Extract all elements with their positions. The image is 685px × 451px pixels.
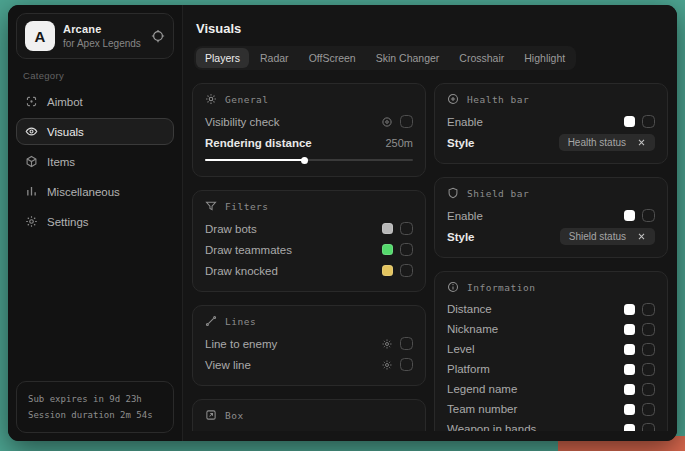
shield-icon — [447, 187, 459, 199]
tab-offscreen[interactable]: OffScreen — [300, 48, 365, 68]
rendering-distance-slider[interactable] — [205, 155, 413, 166]
line-to-enemy-row: Line to enemy — [205, 333, 413, 354]
view-line-checkbox[interactable] — [400, 358, 413, 371]
row-controls — [624, 209, 655, 222]
category-label: Category — [23, 70, 167, 81]
platform-checkbox[interactable] — [642, 363, 655, 376]
section-title: Lines — [225, 316, 256, 327]
color-swatch[interactable] — [624, 404, 635, 415]
selected-option: Health status — [568, 137, 626, 148]
tab-skin-changer[interactable]: Skin Changer — [367, 48, 449, 68]
setting-label: Team number — [447, 403, 517, 415]
distance-checkbox[interactable] — [642, 303, 655, 316]
slider-thumb[interactable] — [301, 157, 308, 164]
cube-icon — [25, 155, 38, 168]
section-title: General — [225, 94, 269, 105]
team-number-row: Team number — [447, 399, 655, 419]
color-swatch[interactable] — [624, 384, 635, 395]
sidebar-item-label: Items — [47, 156, 75, 168]
row-controls — [624, 383, 655, 396]
sidebar-item-settings[interactable]: Settings — [16, 208, 174, 235]
sidebar-item-items[interactable]: Items — [16, 148, 174, 175]
right-column: Health bar Enable Style Health status — [434, 83, 668, 431]
color-swatch[interactable] — [624, 210, 635, 221]
color-swatch[interactable] — [624, 424, 635, 432]
target-icon[interactable] — [151, 29, 165, 43]
sidebar-item-miscellaneous[interactable]: Miscellaneous — [16, 178, 174, 205]
visibility-check-checkbox[interactable] — [400, 115, 413, 128]
platform-row: Platform — [447, 359, 655, 379]
color-swatch[interactable] — [624, 344, 635, 355]
color-swatch[interactable] — [624, 324, 635, 335]
weapon-in-hands-checkbox[interactable] — [642, 423, 655, 432]
setting-label: Enable — [447, 116, 483, 128]
bars-icon — [25, 185, 38, 198]
section-title: Box — [225, 410, 244, 421]
sidebar-item-label: Settings — [47, 216, 89, 228]
setting-label: Distance — [447, 303, 492, 315]
color-swatch[interactable] — [382, 265, 393, 276]
draw-knocked-row: Draw knocked — [205, 260, 413, 281]
section-title: Information — [467, 282, 535, 293]
health-enable-checkbox[interactable] — [642, 115, 655, 128]
main-content: Visuals Players Radar OffScreen Skin Cha… — [183, 5, 677, 441]
close-icon[interactable] — [637, 232, 646, 241]
color-swatch[interactable] — [624, 364, 635, 375]
sidebar-item-aimbot[interactable]: Aimbot — [16, 88, 174, 115]
tab-radar[interactable]: Radar — [251, 48, 298, 68]
setting-label: View line — [205, 359, 251, 371]
setting-label: Draw knocked — [205, 265, 278, 277]
tab-crosshair[interactable]: Crosshair — [450, 48, 513, 68]
shield-style-select[interactable]: Shield status — [560, 228, 655, 245]
draw-knocked-checkbox[interactable] — [400, 264, 413, 277]
general-card: General Visibility check Rendering dista… — [192, 83, 426, 177]
gear-settings-icon[interactable] — [381, 359, 393, 371]
team-number-checkbox[interactable] — [642, 403, 655, 416]
color-swatch[interactable] — [382, 223, 393, 234]
crosshair-icon — [25, 95, 38, 108]
close-icon[interactable] — [637, 138, 646, 147]
sub-expires-text: Sub expires in 9d 23h — [28, 391, 162, 407]
app-meta: Arcane for Apex Legends — [63, 23, 141, 49]
filters-card: Filters Draw bots Draw teammates — [192, 190, 426, 292]
line-to-enemy-checkbox[interactable] — [400, 337, 413, 350]
health-style-select[interactable]: Health status — [559, 134, 655, 151]
section-title: Shield bar — [467, 188, 529, 199]
tab-highlight[interactable]: Highlight — [515, 48, 574, 68]
gear-icon — [25, 215, 38, 228]
box-frame-icon — [205, 409, 217, 421]
health-bar-card-header: Health bar — [447, 93, 655, 105]
setting-label: Rendering distance — [205, 137, 312, 149]
sidebar-item-label: Miscellaneous — [47, 186, 120, 198]
sun-icon — [205, 93, 217, 105]
color-swatch[interactable] — [624, 304, 635, 315]
draw-bots-checkbox[interactable] — [400, 222, 413, 235]
legend-name-checkbox[interactable] — [642, 383, 655, 396]
shield-enable-checkbox[interactable] — [642, 209, 655, 222]
page-title: Visuals — [196, 21, 668, 36]
general-card-header: General — [205, 93, 413, 105]
row-controls — [624, 323, 655, 336]
setting-label: Draw bots — [205, 223, 257, 235]
health-style-row: Style Health status — [447, 132, 655, 153]
color-swatch[interactable] — [382, 244, 393, 255]
information-card: Information Distance Nickname — [434, 271, 668, 431]
info-icon — [447, 281, 459, 293]
app-window: A Arcane for Apex Legends Category Aimbo… — [8, 5, 677, 441]
sidebar-item-visuals[interactable]: Visuals — [16, 118, 174, 145]
plus-circle-icon — [447, 93, 459, 105]
session-duration-text: Session duration 2m 54s — [28, 407, 162, 423]
legend-name-row: Legend name — [447, 379, 655, 399]
row-controls — [381, 358, 413, 371]
tab-players[interactable]: Players — [196, 48, 249, 68]
eye-settings-icon[interactable] — [381, 116, 393, 128]
nickname-checkbox[interactable] — [642, 323, 655, 336]
color-swatch[interactable] — [624, 116, 635, 127]
draw-teammates-checkbox[interactable] — [400, 243, 413, 256]
gear-settings-icon[interactable] — [381, 338, 393, 350]
weapon-in-hands-row: Weapon in hands — [447, 419, 655, 431]
row-controls — [382, 243, 413, 256]
health-bar-card: Health bar Enable Style Health status — [434, 83, 668, 164]
level-checkbox[interactable] — [642, 343, 655, 356]
setting-label: Enable — [447, 210, 483, 222]
